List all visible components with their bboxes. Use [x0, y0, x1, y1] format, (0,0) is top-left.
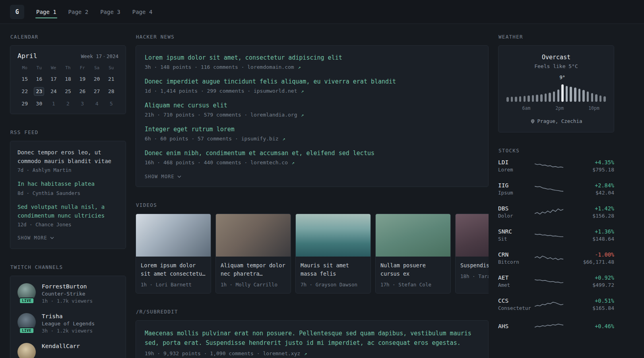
rss-item-title[interactable]: In hac habitasse platea: [17, 180, 118, 189]
calendar-day: 25: [61, 87, 75, 96]
stock-row[interactable]: AET Amet +0.92% $499.72: [498, 274, 614, 288]
video-title[interactable]: Suspendisse diam: [460, 261, 489, 270]
videos-row: Lorem ipsum dolor sit amet consectetu… 1…: [136, 214, 489, 294]
stock-name: Amet: [498, 282, 535, 288]
hn-item-title[interactable]: Donec enim nibh, condimentum et accumsan…: [145, 149, 479, 158]
middle-column: HACKER NEWS Lorem ipsum dolor sit amet, …: [136, 34, 489, 358]
video-meta: 17h · Stefan Cole: [380, 282, 446, 288]
live-badge: LIVE: [19, 298, 34, 304]
stock-price: $499.72: [563, 282, 614, 288]
video-thumbnail[interactable]: [216, 214, 291, 257]
video-title[interactable]: Mauris sit amet massa felis: [301, 261, 366, 278]
weather-hour-bar: [591, 93, 594, 102]
hn-item-title[interactable]: Aliquam nec cursus elit: [145, 101, 479, 110]
calendar-day: 22: [17, 87, 32, 96]
video-thumbnail[interactable]: [456, 214, 489, 257]
video-card[interactable]: Nullam posuere cursus ex 17h · Stefan Co…: [375, 214, 451, 294]
weather-hour-bar: [528, 95, 530, 102]
video-title[interactable]: Lorem ipsum dolor sit amet consectetu…: [141, 261, 206, 278]
video-thumbnail[interactable]: [296, 214, 370, 257]
stock-row[interactable]: CRN Bitcorn -1.00% $66,171.48: [498, 251, 614, 265]
tab-page-3[interactable]: Page 3: [99, 6, 121, 18]
location-pin-icon: [530, 119, 535, 124]
stock-sparkline: [535, 230, 563, 241]
weather-hour-bar: [557, 90, 560, 102]
calendar-day: 21: [104, 75, 118, 84]
calendar-day: 1: [47, 99, 61, 108]
calendar-day-header: Su: [104, 65, 118, 71]
tab-page-2[interactable]: Page 2: [68, 6, 89, 18]
app-logo[interactable]: G: [10, 5, 24, 19]
rss-item-title[interactable]: Donec tempor eros leo, ut commodo mauris…: [17, 148, 118, 165]
weather-peak-temp: 9°: [559, 75, 565, 80]
video-meta: 18h · Tara: [460, 273, 489, 279]
tab-page-4[interactable]: Page 4: [132, 6, 153, 18]
hn-item-title[interactable]: Lorem ipsum dolor sit amet, consectetur …: [145, 54, 479, 62]
video-card[interactable]: Mauris sit amet massa felis 7h · Grayson…: [295, 214, 371, 294]
chevron-down-icon: [50, 237, 54, 239]
live-badge: LIVE: [19, 327, 34, 334]
channel-name[interactable]: ForrestBurton: [42, 283, 93, 290]
weather-hour-bar: [599, 95, 602, 102]
weather-hour-bar: [595, 94, 597, 102]
stock-ticker: CRN: [498, 251, 535, 258]
hn-item-title[interactable]: Integer eget rutrum lorem: [145, 125, 479, 134]
stock-row[interactable]: SNRC Sit +1.36% $148.64: [498, 228, 614, 242]
weather-feels-like: Feels like 5°C: [506, 63, 606, 69]
hn-item: Donec enim nibh, condimentum et accumsan…: [145, 149, 479, 165]
stock-price: $42.04: [563, 190, 614, 196]
video-title[interactable]: Nullam posuere cursus ex: [380, 261, 446, 278]
video-thumbnail[interactable]: [136, 214, 211, 257]
calendar-day: 15: [17, 75, 32, 84]
rss-item-meta: 8d · Cynthia Saunders: [17, 190, 118, 196]
subreddit-post-meta: 19h · 9,932 points · 1,090 comments · lo…: [145, 350, 479, 356]
external-link-icon: ↗: [282, 136, 285, 142]
twitch-channel[interactable]: LIVE Trisha League of Legends 3h · 1.2k …: [17, 313, 118, 334]
stock-change: -1.00%: [563, 251, 614, 258]
video-title[interactable]: Aliquam tempor dolor nec pharetra…: [221, 261, 286, 278]
stock-row[interactable]: AHS +0.46%: [498, 321, 614, 332]
rss-card: Donec tempor eros leo, ut commodo mauris…: [10, 141, 126, 249]
stock-sparkline: [535, 183, 563, 195]
stock-change: +0.51%: [563, 298, 614, 304]
calendar-day-selected: 23: [32, 87, 46, 96]
stock-price: $165.84: [563, 305, 614, 311]
stock-ticker: CCS: [498, 298, 535, 304]
twitch-channel[interactable]: LIVE ForrestBurton Counter-Strike 1h · 1…: [17, 283, 118, 304]
hackernews-show-more-button[interactable]: SHOW MORE: [145, 173, 181, 180]
weather-hour-bar: [553, 91, 555, 102]
weather-condition: Overcast: [506, 54, 606, 61]
stock-price: $66,171.48: [563, 259, 614, 265]
external-link-icon: ↗: [298, 64, 301, 70]
calendar-day: 16: [32, 75, 46, 84]
calendar-widget: CALENDAR April Week 17·2024 MoTuWeThFrSa…: [10, 34, 126, 114]
hn-item: Aliquam nec cursus elit 21h · 710 points…: [145, 101, 479, 118]
video-card[interactable]: Suspendisse diam 18h · Tara: [455, 214, 489, 294]
weather-widget: WEATHER Overcast Feels like 5°C 9° 6am 2…: [498, 34, 614, 132]
video-thumbnail[interactable]: [376, 214, 450, 257]
subreddit-widget: /R/SUBREDDIT Maecenas mollis pulvinar er…: [136, 309, 489, 358]
channel-name[interactable]: Trisha: [42, 313, 95, 319]
stock-row[interactable]: DBS Dolor +1.42% $156.28: [498, 205, 614, 219]
stock-row[interactable]: IIG Ipsum +2.84% $42.04: [498, 182, 614, 196]
rss-item-title[interactable]: Sed volutpat nulla nisl, a condimentum n…: [17, 203, 118, 220]
weather-hour-bar: [524, 96, 526, 102]
stock-row[interactable]: LDI Lorem +4.35% $795.18: [498, 159, 614, 173]
weather-hour-bar: [587, 91, 589, 102]
subreddit-post-title[interactable]: Maecenas mollis pulvinar erat non posuer…: [145, 329, 479, 348]
hn-item: Lorem ipsum dolor sit amet, consectetur …: [145, 54, 479, 70]
rss-show-more-button[interactable]: SHOW MORE: [17, 234, 54, 241]
twitch-channel[interactable]: KendallCarr: [17, 343, 118, 358]
rss-item-meta: 12d · Chance Jones: [17, 222, 118, 228]
video-card[interactable]: Lorem ipsum dolor sit amet consectetu… 1…: [136, 214, 211, 294]
tab-page-1[interactable]: Page 1: [35, 6, 57, 18]
weather-time-labels: 6am 2pm 10pm: [506, 105, 606, 111]
hn-item-title[interactable]: Donec imperdiet augue tincidunt felis al…: [145, 78, 479, 86]
stock-sparkline: [535, 321, 563, 332]
video-card[interactable]: Aliquam tempor dolor nec pharetra… 1h · …: [215, 214, 291, 294]
calendar-day: 2: [61, 99, 75, 108]
channel-name[interactable]: KendallCarr: [42, 343, 80, 349]
stock-ticker: DBS: [498, 205, 535, 212]
calendar-day-header: Tu: [32, 65, 46, 71]
stock-row[interactable]: CCS Consectetur +0.51% $165.84: [498, 298, 614, 311]
